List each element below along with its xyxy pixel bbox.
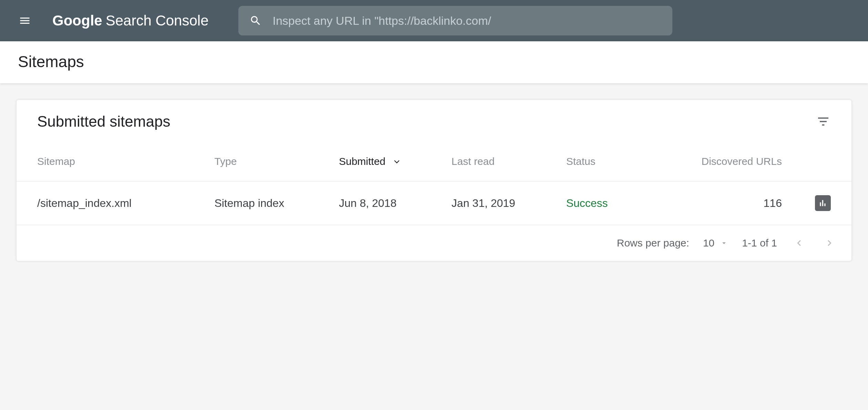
card-header: Submitted sitemaps [17,100,851,142]
col-submitted[interactable]: Submitted [339,142,452,181]
rows-per-page-label: Rows per page: [617,237,689,249]
col-last-read[interactable]: Last read [452,142,566,181]
pagination-range: 1-1 of 1 [742,237,777,249]
chevron-left-icon [793,237,805,249]
col-discovered[interactable]: Discovered URLs [645,142,792,181]
hamburger-icon [19,14,31,27]
url-inspect-search[interactable] [238,6,672,35]
submitted-sitemaps-card: Submitted sitemaps Sitemap Type Submitte… [17,100,851,261]
page-title-bar: Sitemaps [0,41,868,83]
search-icon [249,14,262,27]
url-inspect-input[interactable] [273,14,661,28]
app-logo: Google Search Console [52,12,209,29]
page-title: Sitemaps [18,52,850,71]
col-type[interactable]: Type [214,142,339,181]
filter-button[interactable] [816,114,831,129]
cell-sitemap: /sitemap_index.xml [17,181,214,225]
col-actions [792,142,851,181]
view-chart-button[interactable] [815,195,831,211]
logo-brand: Google [52,12,102,29]
next-page-button[interactable] [821,235,838,251]
filter-icon [816,115,830,128]
chevron-right-icon [824,237,835,249]
app-header: Google Search Console [0,0,868,41]
rows-per-page-value: 10 [703,237,714,249]
cell-type: Sitemap index [214,181,339,225]
col-sitemap[interactable]: Sitemap [17,142,214,181]
dropdown-icon [720,239,728,247]
menu-button[interactable] [17,12,33,29]
bar-chart-icon [818,199,827,208]
cell-status: Success [566,181,645,225]
col-status[interactable]: Status [566,142,645,181]
table-header-row: Sitemap Type Submitted Last read Status … [17,142,851,181]
cell-submitted: Jun 8, 2018 [339,181,452,225]
logo-product: Search Console [106,12,209,29]
cell-discovered: 116 [645,181,792,225]
card-title: Submitted sitemaps [37,113,170,130]
prev-page-button[interactable] [791,235,807,251]
table-footer: Rows per page: 10 1-1 of 1 [17,225,851,261]
sitemaps-table: Sitemap Type Submitted Last read Status … [17,142,851,225]
cell-last-read: Jan 31, 2019 [452,181,566,225]
table-row[interactable]: /sitemap_index.xml Sitemap index Jun 8, … [17,181,851,225]
content-area: Submitted sitemaps Sitemap Type Submitte… [0,83,868,277]
sort-desc-icon [392,156,401,167]
cell-actions [792,181,851,225]
rows-per-page-select[interactable]: 10 [703,237,728,249]
